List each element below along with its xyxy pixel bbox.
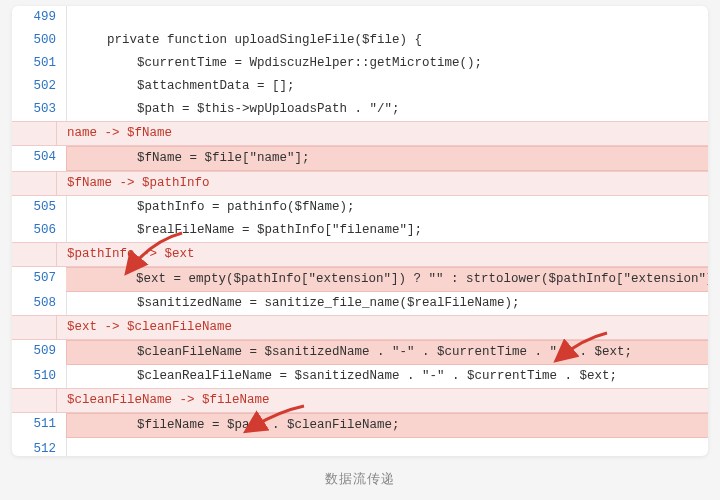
code-line: 501 $currentTime = WpdiscuzHelper::getMi… [12,52,708,75]
flow-label: name -> $fName [12,121,708,146]
flow-label: $ext -> $cleanFileName [12,315,708,340]
code-text: $currentTime = WpdiscuzHelper::getMicrot… [67,52,708,75]
line-number: 501 [12,52,66,75]
code-line: 509 $cleanFileName = $sanitizedName . "-… [12,340,708,365]
code-text: $cleanFileName = $sanitizedName . "-" . … [67,340,708,365]
code-text: $ext = empty($pathInfo["extension"]) ? "… [66,267,708,292]
code-text: $fileName = $path . $cleanFileName; [67,413,708,438]
line-number: 507 [12,267,66,292]
line-number: 512 [12,438,66,456]
code-text: $path = $this->wpUploadsPath . "/"; [67,98,708,121]
code-text: $fName = $file["name"]; [67,146,708,171]
code-line: 508 $sanitizedName = sanitize_file_name(… [12,292,708,315]
code-text [67,6,708,29]
code-text [67,438,708,456]
line-number: 509 [12,340,66,365]
flow-label-text: $cleanFileName -> $fileName [57,388,708,413]
code-block: 499 500 private function uploadSingleFil… [12,6,708,456]
code-line: 510 $cleanRealFileName = $sanitizedName … [12,365,708,388]
code-text: $pathInfo = pathinfo($fName); [67,196,708,219]
code-line: 505 $pathInfo = pathinfo($fName); [12,196,708,219]
code-text: $cleanRealFileName = $sanitizedName . "-… [67,365,708,388]
code-line: 499 [12,6,708,29]
flow-label: $fName -> $pathInfo [12,171,708,196]
line-number: 500 [12,29,66,52]
code-line: 502 $attachmentData = []; [12,75,708,98]
line-number: 510 [12,365,66,388]
line-number: 506 [12,219,66,242]
code-line: 506 $realFileName = $pathInfo["filename"… [12,219,708,242]
line-number: 504 [12,146,66,171]
code-text: $sanitizedName = sanitize_file_name($rea… [67,292,708,315]
line-number: 505 [12,196,66,219]
flow-label-text: $pathInfo -> $ext [57,242,708,267]
line-number: 502 [12,75,66,98]
code-line: 500 private function uploadSingleFile($f… [12,29,708,52]
code-line: 511 $fileName = $path . $cleanFileName; [12,413,708,438]
code-text: $attachmentData = []; [67,75,708,98]
line-number: 499 [12,6,66,29]
code-text: private function uploadSingleFile($file)… [67,29,708,52]
code-line: 512 [12,438,708,456]
line-number: 511 [12,413,66,438]
code-line: 503 $path = $this->wpUploadsPath . "/"; [12,98,708,121]
figure-caption: 数据流传递 [12,456,708,488]
flow-label-text: name -> $fName [57,121,708,146]
code-line: 504 $fName = $file["name"]; [12,146,708,171]
flow-label: $cleanFileName -> $fileName [12,388,708,413]
flow-label: $pathInfo -> $ext [12,242,708,267]
code-text: $realFileName = $pathInfo["filename"]; [67,219,708,242]
flow-label-text: $ext -> $cleanFileName [57,315,708,340]
flow-label-text: $fName -> $pathInfo [57,171,708,196]
code-screenshot: 499 500 private function uploadSingleFil… [12,6,708,456]
line-number: 508 [12,292,66,315]
code-line: 507 $ext = empty($pathInfo["extension"])… [12,267,708,292]
line-number: 503 [12,98,66,121]
